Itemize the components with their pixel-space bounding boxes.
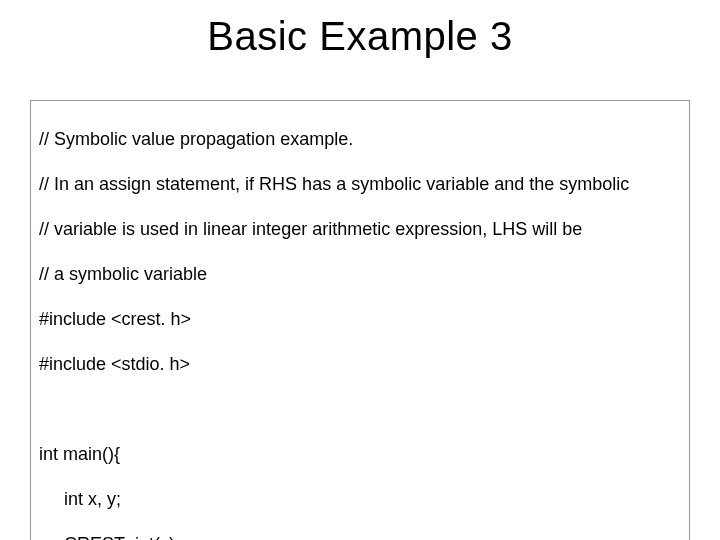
code-line: int x, y; (39, 488, 681, 511)
code-line: int main(){ (39, 443, 681, 466)
slide: Basic Example 3 // Symbolic value propag… (0, 0, 720, 540)
code-block: // Symbolic value propagation example. /… (30, 100, 690, 540)
code-line: // Symbolic value propagation example. (39, 128, 681, 151)
code-line: // variable is used in linear integer ar… (39, 218, 681, 241)
code-line (39, 398, 681, 421)
code-line: CREST_int(x); (39, 533, 681, 541)
code-line: #include <stdio. h> (39, 353, 681, 376)
code-line: // In an assign statement, if RHS has a … (39, 173, 681, 196)
code-line: #include <crest. h> (39, 308, 681, 331)
page-title: Basic Example 3 (0, 14, 720, 59)
code-line: // a symbolic variable (39, 263, 681, 286)
